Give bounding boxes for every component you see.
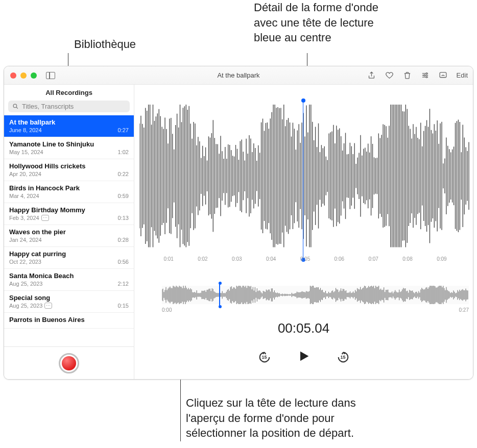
trash-icon[interactable] bbox=[403, 71, 412, 80]
recording-duration: 0:27 bbox=[118, 127, 129, 133]
toolbar: Edit bbox=[367, 71, 468, 80]
overview-end: 0:27 bbox=[459, 307, 469, 313]
recording-duration: 0:28 bbox=[118, 237, 129, 243]
app-window: At the ballpark Edit All Recordings bbox=[4, 66, 473, 380]
settings-icon[interactable] bbox=[421, 71, 430, 80]
callout-text: avec une tête de lecture bbox=[254, 15, 378, 31]
skip-amount: 15 bbox=[261, 355, 267, 360]
list-item[interactable]: Happy Birthday MommyFeb 3, 2024⋯0:13 bbox=[4, 203, 134, 225]
overview-playhead[interactable] bbox=[219, 283, 220, 307]
recording-title: Happy cat purring bbox=[9, 250, 129, 258]
callout-text: bleue au centre bbox=[254, 30, 378, 45]
list-item[interactable]: Santa Monica BeachAug 25, 20232:12 bbox=[4, 269, 134, 291]
recording-duration: 1:02 bbox=[118, 149, 129, 155]
callout-text: Cliquez sur la tête de lecture dans bbox=[186, 395, 356, 411]
svg-point-4 bbox=[13, 104, 17, 108]
recording-date: Oct 22, 2023 bbox=[9, 259, 129, 265]
playhead[interactable] bbox=[303, 100, 303, 260]
recording-date: June 8, 2024 bbox=[9, 127, 129, 133]
recording-title: Happy Birthday Mommy bbox=[9, 206, 129, 214]
time-tick: 0:05 bbox=[300, 256, 310, 262]
waveform-overview[interactable] bbox=[162, 286, 469, 304]
search-input[interactable]: Titles, Transcripts bbox=[8, 101, 130, 112]
recording-date: Feb 3, 2024⋯ bbox=[9, 215, 129, 221]
favorite-icon[interactable] bbox=[385, 71, 394, 80]
sidebar: All Recordings Titles, Transcripts At th… bbox=[4, 85, 134, 379]
recording-duration: 0:59 bbox=[118, 193, 129, 199]
share-icon[interactable] bbox=[367, 71, 376, 80]
sidebar-toggle-icon[interactable] bbox=[46, 72, 55, 79]
minimize-icon[interactable] bbox=[20, 72, 27, 79]
edit-button[interactable]: Edit bbox=[457, 71, 468, 79]
recording-duration: 0:15 bbox=[118, 303, 129, 309]
callout-text: l'aperçu de forme d'onde pour bbox=[186, 411, 356, 426]
overview-start: 0:00 bbox=[162, 307, 172, 313]
time-tick: 0:03 bbox=[232, 256, 242, 262]
recording-date: Apr 20, 2024 bbox=[9, 171, 129, 177]
list-item[interactable]: At the ballparkJune 8, 20240:27 bbox=[4, 115, 134, 137]
recording-date: Jan 24, 2024 bbox=[9, 237, 129, 243]
svg-rect-3 bbox=[440, 72, 446, 78]
close-icon[interactable] bbox=[10, 72, 16, 79]
recording-title: At the ballpark bbox=[9, 118, 129, 126]
list-item[interactable]: Waves on the pierJan 24, 20240:28 bbox=[4, 225, 134, 247]
time-tick: 0:02 bbox=[198, 256, 207, 262]
window-controls bbox=[4, 72, 37, 79]
recording-date: Aug 25, 2023⋯ bbox=[9, 303, 129, 309]
recording-date: May 15, 2024 bbox=[9, 149, 129, 155]
recording-duration: 0:22 bbox=[118, 171, 129, 177]
time-tick: 0:07 bbox=[368, 256, 378, 262]
time-tick: 0:01 bbox=[163, 256, 173, 262]
maximize-icon[interactable] bbox=[31, 72, 37, 79]
time-tick: 0:04 bbox=[266, 256, 276, 262]
time-axis: 0:010:020:030:040:050:060:070:080:09 bbox=[139, 256, 471, 262]
recording-title: Santa Monica Beach bbox=[9, 272, 129, 280]
recording-title: Parrots in Buenos Aires bbox=[9, 316, 129, 323]
record-button[interactable] bbox=[59, 353, 79, 374]
list-item[interactable]: Special songAug 25, 2023⋯0:15 bbox=[4, 291, 134, 313]
search-placeholder: Titles, Transcripts bbox=[22, 103, 74, 110]
recording-date: Mar 4, 2024 bbox=[9, 193, 129, 199]
svg-point-0 bbox=[426, 73, 427, 74]
callout-waveform: Détail de la forme d'onde avec une tête … bbox=[254, 0, 378, 45]
list-item[interactable]: Parrots in Buenos Aires bbox=[4, 313, 134, 329]
playback-controls: 15 15 bbox=[134, 349, 473, 365]
recording-duration: 0:13 bbox=[118, 215, 129, 221]
callout-text: sélectionner la position de départ. bbox=[186, 426, 356, 441]
list-item[interactable]: Happy cat purringOct 22, 20230:56 bbox=[4, 247, 134, 269]
recording-duration: 2:12 bbox=[118, 281, 129, 287]
main-panel: 0:010:020:030:040:050:060:070:080:09 0:0… bbox=[134, 85, 473, 379]
time-tick: 0:09 bbox=[437, 256, 446, 262]
timecode: 00:05.04 bbox=[134, 320, 473, 336]
recording-date: Aug 25, 2023 bbox=[9, 281, 129, 287]
skip-forward-button[interactable]: 15 bbox=[336, 350, 351, 365]
time-tick: 0:08 bbox=[402, 256, 412, 262]
recording-title: Yamanote Line to Shinjuku bbox=[9, 140, 129, 148]
svg-point-1 bbox=[423, 74, 425, 76]
titlebar: At the ballpark Edit bbox=[4, 66, 473, 85]
transcript-icon[interactable] bbox=[439, 71, 447, 80]
transcript-badge-icon: ⋯ bbox=[44, 303, 52, 309]
recording-title: Birds in Hancock Park bbox=[9, 184, 129, 192]
recording-title: Waves on the pier bbox=[9, 228, 129, 236]
waveform-detail[interactable] bbox=[139, 102, 471, 250]
callout-text: Détail de la forme d'onde bbox=[254, 0, 378, 15]
skip-back-button[interactable]: 15 bbox=[257, 350, 272, 365]
recording-duration: 0:56 bbox=[118, 259, 129, 265]
svg-point-2 bbox=[426, 77, 427, 78]
recording-title: Hollywood Hills crickets bbox=[9, 162, 129, 170]
sidebar-header: All Recordings bbox=[4, 85, 134, 101]
skip-amount: 15 bbox=[340, 355, 345, 360]
record-area bbox=[4, 346, 134, 379]
list-item[interactable]: Hollywood Hills cricketsApr 20, 20240:22 bbox=[4, 159, 134, 181]
callout-overview: Cliquez sur la tête de lecture dans l'ap… bbox=[186, 395, 356, 441]
recording-title: Special song bbox=[9, 294, 129, 302]
time-tick: 0:06 bbox=[335, 256, 344, 262]
list-item[interactable]: Yamanote Line to ShinjukuMay 15, 20241:0… bbox=[4, 137, 134, 159]
list-item[interactable]: Birds in Hancock ParkMar 4, 20240:59 bbox=[4, 181, 134, 203]
transcript-badge-icon: ⋯ bbox=[41, 215, 49, 221]
play-button[interactable] bbox=[297, 349, 311, 365]
overview-labels: 0:00 0:27 bbox=[162, 307, 469, 313]
callout-library: Bibliothèque bbox=[74, 37, 136, 52]
recordings-list: At the ballparkJune 8, 20240:27Yamanote … bbox=[4, 115, 134, 346]
